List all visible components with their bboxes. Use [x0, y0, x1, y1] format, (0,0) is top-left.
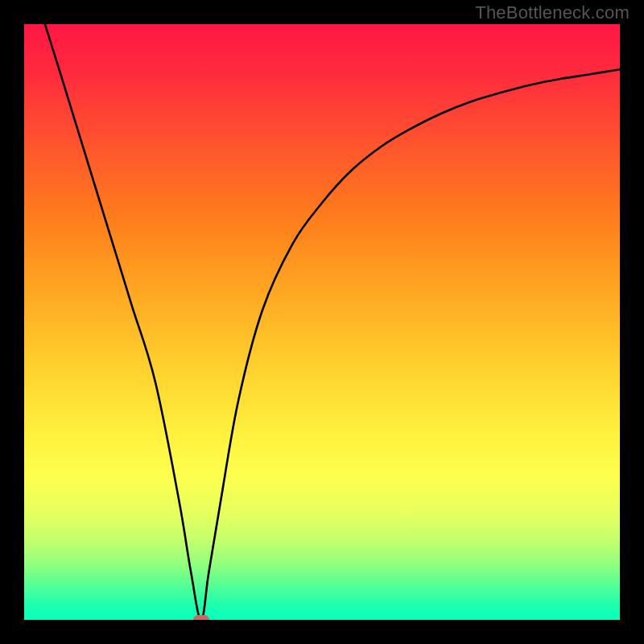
- plot-area: [24, 24, 620, 620]
- optimal-point-marker: [193, 615, 209, 620]
- watermark-text: TheBottleneck.com: [475, 2, 630, 23]
- curve-svg: [24, 24, 620, 620]
- bottleneck-curve: [45, 24, 620, 620]
